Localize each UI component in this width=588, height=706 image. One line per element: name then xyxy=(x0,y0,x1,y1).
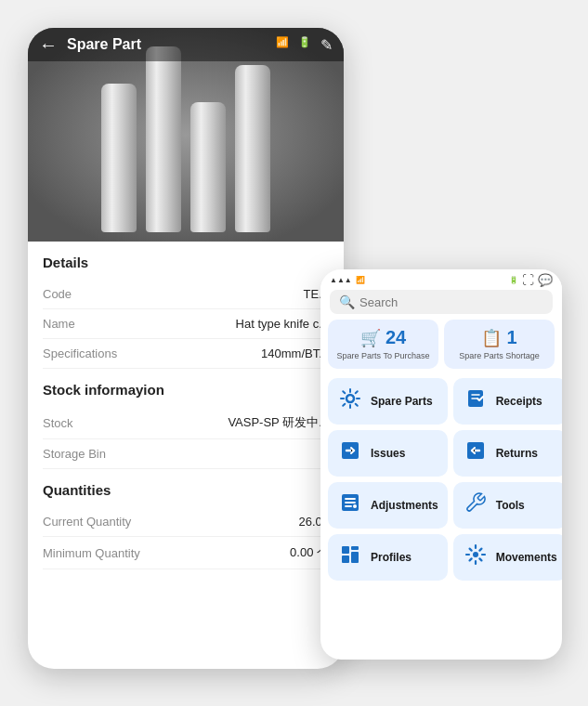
svg-point-10 xyxy=(473,552,478,557)
shortage-label: Spare Parts Shortage xyxy=(459,351,540,361)
receipts-icon xyxy=(463,387,489,415)
phone1-content: Details Code TE... Name Hat type knife c… xyxy=(28,242,344,669)
min-qty-row: Minimum Quantity 0.00 个 xyxy=(43,537,329,569)
spec-label: Specifications xyxy=(43,346,145,360)
detail-row-code: Code TE... xyxy=(43,280,329,309)
message-icon[interactable]: 💬 xyxy=(538,273,553,287)
name-value: Hat type knife c... xyxy=(236,317,329,331)
svg-rect-7 xyxy=(351,546,359,550)
menu-item-receipts[interactable]: Receipts xyxy=(453,378,562,425)
purchase-label: Spare Parts To Purchase xyxy=(337,351,430,361)
menu-item-profiles[interactable]: Profiles xyxy=(328,534,448,581)
name-label: Name xyxy=(43,317,145,331)
detail-row-name: Name Hat type knife c... xyxy=(43,309,329,339)
spare-part-image: ← Spare Part 📶 🔋 ✎ xyxy=(28,28,344,242)
tools-label: Tools xyxy=(496,499,525,512)
topbar-icons: 📶 🔋 ✎ xyxy=(276,36,333,54)
menu-item-tools[interactable]: Tools xyxy=(453,482,562,529)
svg-rect-8 xyxy=(342,556,349,563)
detail-row-spec: Specifications 140mm/BT... xyxy=(43,339,329,369)
spare-parts-label: Spare Parts xyxy=(371,395,433,408)
purchase-card-top: 🛒 24 xyxy=(360,327,406,348)
movements-icon xyxy=(463,543,489,571)
menu-item-movements[interactable]: Movements xyxy=(453,534,562,581)
menu-item-returns[interactable]: Returns xyxy=(453,430,562,477)
details-section-title: Details xyxy=(43,255,329,270)
signal-icon: 📶 xyxy=(276,36,289,54)
menu-grid: Spare Parts Receipts Issues Returns xyxy=(320,374,562,588)
search-input[interactable] xyxy=(359,295,543,309)
cart-icon: 🛒 xyxy=(360,328,381,348)
shortage-card-top: 📋 1 xyxy=(481,327,516,348)
adjustments-label: Adjustments xyxy=(371,499,438,512)
stock-section-title: Stock informayion xyxy=(43,382,329,398)
quantities-section-title: Quantities xyxy=(43,482,329,498)
bin-label: Storage Bin xyxy=(43,447,145,461)
summary-card-purchase[interactable]: 🛒 24 Spare Parts To Purchase xyxy=(328,320,438,369)
menu-item-spare-parts[interactable]: Spare Parts xyxy=(328,378,448,425)
svg-rect-9 xyxy=(351,552,359,563)
fullscreen-icon[interactable]: ⛶ xyxy=(522,273,534,287)
current-qty-label: Current Quantity xyxy=(43,515,145,529)
spare-parts-icon xyxy=(337,387,363,415)
tools-icon xyxy=(463,491,489,519)
cylinder-1 xyxy=(101,84,137,232)
phone1-spare-part-detail: ← Spare Part 📶 🔋 ✎ Details Code TE... Na… xyxy=(28,28,344,669)
clipboard-icon: 📋 xyxy=(481,328,502,348)
spec-value: 140mm/BT... xyxy=(261,346,329,360)
menu-item-issues[interactable]: Issues xyxy=(328,430,448,477)
cylinder-3 xyxy=(190,102,226,232)
returns-icon xyxy=(463,439,489,467)
battery-icon: 🔋 xyxy=(298,36,311,54)
receipts-label: Receipts xyxy=(496,395,542,408)
phone2-statusbar: ▲▲▲ 📶 🔋 ⛶ 💬 xyxy=(320,269,562,290)
topbar-title: Spare Part xyxy=(67,36,276,53)
svg-point-5 xyxy=(353,504,357,508)
summary-card-shortage[interactable]: 📋 1 Spare Parts Shortage xyxy=(444,320,555,369)
signal-bars: ▲▲▲ xyxy=(330,276,352,284)
purchase-count: 24 xyxy=(385,327,406,348)
movements-label: Movements xyxy=(496,551,557,564)
current-qty-row: Current Quantity 26.00 xyxy=(43,507,329,537)
min-qty-label: Minimum Quantity xyxy=(43,546,145,560)
statusbar-left: ▲▲▲ 📶 xyxy=(330,276,365,284)
cylinder-2 xyxy=(146,46,181,232)
stock-row-bin: Storage Bin xyxy=(43,439,329,469)
menu-item-adjustments[interactable]: Adjustments xyxy=(328,482,448,529)
shortage-count: 1 xyxy=(506,327,516,348)
statusbar-right: 🔋 ⛶ 💬 xyxy=(509,273,553,287)
topbar: ← Spare Part 📶 🔋 ✎ xyxy=(28,28,344,61)
edit-icon[interactable]: ✎ xyxy=(320,36,333,54)
summary-cards: 🛒 24 Spare Parts To Purchase 📋 1 Spare P… xyxy=(320,320,562,374)
search-icon: 🔍 xyxy=(339,294,355,309)
search-box[interactable]: 🔍 xyxy=(330,290,553,314)
profiles-label: Profiles xyxy=(371,551,412,564)
battery-status: 🔋 xyxy=(509,276,518,284)
back-button[interactable]: ← xyxy=(39,34,58,56)
svg-point-0 xyxy=(346,395,354,402)
stock-row-stock: Stock VASP-SP 研发中... xyxy=(43,407,329,439)
cylinder-4 xyxy=(235,65,270,232)
profiles-icon xyxy=(337,543,363,571)
search-row: 🔍 xyxy=(320,290,562,314)
issues-label: Issues xyxy=(371,447,405,460)
returns-label: Returns xyxy=(496,447,538,460)
phone2-menu: ▲▲▲ 📶 🔋 ⛶ 💬 🔍 🛒 24 Spare Parts To Purcha… xyxy=(320,269,562,660)
adjustments-icon xyxy=(337,491,363,519)
stock-value: VASP-SP 研发中... xyxy=(228,414,329,431)
wifi-icon: 📶 xyxy=(356,276,365,284)
code-label: Code xyxy=(43,287,145,301)
stock-label: Stock xyxy=(43,416,145,430)
svg-rect-6 xyxy=(342,546,349,554)
issues-icon xyxy=(337,439,363,467)
